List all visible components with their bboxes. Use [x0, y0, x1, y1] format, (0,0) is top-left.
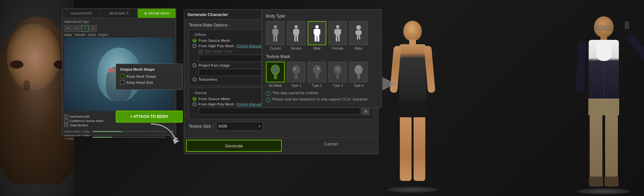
male-left-leg [400, 117, 412, 181]
tab-align-points[interactable]: ALIGN POINTS [62, 9, 100, 18]
left-boot [589, 177, 603, 187]
glasses [596, 26, 612, 30]
body-type-current[interactable]: Current [266, 21, 285, 50]
diffuse-online-manual-link[interactable]: (Online Manual) [236, 44, 262, 48]
body-type-panel: Body Type: Current [262, 9, 382, 108]
normal-online-manual-link[interactable]: (Online Manual) [236, 102, 262, 106]
brush-icon-smooth[interactable]: ≈ [73, 25, 80, 32]
tab-head-gen[interactable]: HEAD GEN ⚙ [100, 9, 138, 18]
clothed-left-arm [576, 41, 587, 92]
normal-high-poly-label: From High Poly Mesh [199, 102, 234, 106]
radio-from-high-poly-normal[interactable] [193, 102, 197, 106]
info-message-1: i This step cannot be undone. [266, 91, 377, 96]
clothed-torso [589, 40, 619, 100]
brush-icon-clone[interactable]: / [81, 25, 89, 32]
use-vertex-color-label: Use Vertex Color [205, 49, 232, 53]
svg-point-32 [292, 65, 300, 74]
info-icon-1: i [266, 91, 271, 96]
keep-neck-shape-checkbox[interactable]: ✓ [120, 74, 124, 78]
radio-textureless[interactable] [193, 77, 197, 81]
radius-slider-label: Radius (Hold + Drag) [64, 130, 91, 133]
flow-arrow [148, 121, 188, 147]
svg-rect-16 [319, 29, 320, 35]
body-type-baby[interactable]: Baby [349, 21, 368, 50]
radio-from-source-mesh-diffuse[interactable] [193, 39, 197, 43]
svg-point-41 [355, 65, 363, 74]
svg-rect-17 [315, 36, 317, 42]
svg-rect-28 [357, 35, 358, 40]
mask-no-mask[interactable]: No Mask [266, 62, 285, 87]
male-character-preview [382, 7, 443, 193]
svg-rect-6 [276, 36, 277, 42]
svg-point-30 [271, 65, 279, 74]
info-msg-2-text: Please note the Headshot v2 only support… [272, 97, 369, 101]
use-vertex-color-checkbox[interactable] [199, 49, 203, 53]
svg-rect-14 [315, 29, 319, 36]
male-right-leg [414, 117, 425, 181]
svg-rect-37 [316, 74, 318, 79]
radio-from-source-mesh-normal[interactable] [193, 97, 197, 101]
svg-rect-20 [334, 29, 336, 34]
symmetry-edit-checkbox[interactable]: ✓ [64, 115, 68, 118]
intensity-slider-label: Intensity (Ctrl + RMB + Drag) [64, 134, 91, 140]
mask-type4-label: Type 4 [354, 84, 364, 87]
svg-rect-42 [357, 74, 360, 79]
mask-type2[interactable]: Type 2 [308, 62, 326, 87]
keep-neck-shape-label: Keep Neck Shape [126, 74, 156, 78]
svg-rect-40 [336, 74, 339, 79]
body-types-row: Current Neutral [266, 21, 377, 50]
svg-rect-10 [298, 29, 299, 35]
cancel-button[interactable]: Cancel [284, 138, 378, 150]
svg-rect-4 [277, 29, 278, 35]
tab-refine-mesh[interactable]: ⊞ REFINE MESH [138, 9, 176, 18]
conform-source-checkbox[interactable] [64, 119, 68, 123]
keep-head-size-checkbox[interactable] [120, 80, 124, 84]
svg-rect-21 [339, 29, 341, 34]
male-platform [387, 187, 438, 193]
svg-point-24 [356, 25, 361, 30]
svg-rect-27 [360, 30, 362, 35]
body-type-current-label: Current [270, 47, 281, 50]
mask-no-mask-img [266, 62, 285, 82]
svg-rect-29 [359, 35, 360, 40]
radio-from-high-poly-diffuse[interactable] [193, 44, 197, 48]
svg-rect-9 [293, 29, 295, 35]
right-arrow-indicator [376, 74, 402, 95]
clothed-left-leg [590, 113, 602, 180]
eye-left [108, 68, 114, 73]
normal-file-input[interactable] [199, 108, 360, 115]
texture-mask-label: Texture Mask: [266, 54, 377, 59]
brush-icon-wave[interactable]: 〜 [64, 25, 72, 32]
mask-type4[interactable]: Type 4 [349, 62, 368, 87]
mask-type1[interactable]: Type 1 [287, 62, 306, 87]
mask-type1-img [287, 62, 306, 82]
generate-button[interactable]: Generate [186, 140, 282, 152]
svg-rect-12 [297, 36, 298, 42]
svg-rect-25 [357, 30, 360, 36]
mask-type3-img [328, 62, 347, 82]
body-type-male[interactable]: Male [308, 21, 326, 50]
body-type-current-img [266, 21, 285, 45]
keep-borders-label: Keep Borders [70, 124, 88, 127]
mask-type2-label: Type 2 [312, 84, 322, 87]
body-type-female-img [328, 21, 347, 45]
body-type-neutral[interactable]: Neutral [287, 21, 306, 50]
male-body-3d [389, 21, 436, 185]
svg-point-7 [294, 25, 298, 28]
body-type-female[interactable]: Female [328, 21, 347, 50]
body-type-neutral-img [287, 21, 306, 45]
keep-borders-checkbox[interactable]: ✓ [64, 123, 68, 127]
brush-icon-project[interactable]: □ [90, 25, 97, 32]
svg-rect-15 [314, 29, 315, 35]
mask-type3[interactable]: Type 3 [328, 62, 347, 87]
clothed-head [594, 16, 613, 37]
svg-point-33 [293, 67, 296, 70]
svg-point-19 [336, 25, 339, 28]
svg-rect-22 [336, 36, 337, 42]
texture-size-select[interactable]: 512 1024 2048 4096 8192 [216, 122, 263, 131]
radio-project-from-image[interactable] [193, 63, 197, 67]
svg-point-43 [357, 67, 360, 69]
svg-rect-34 [295, 74, 298, 79]
mask-type4-img [349, 62, 368, 82]
normal-file-browse-button[interactable]: ⊞ [362, 108, 370, 115]
